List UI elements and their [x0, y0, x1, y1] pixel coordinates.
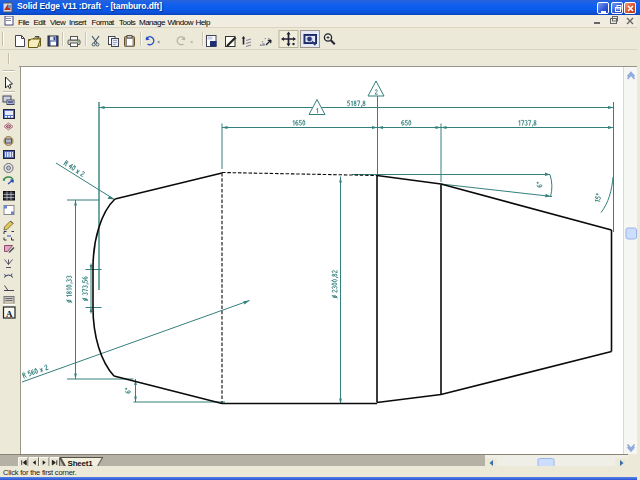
svg-text:A: A: [6, 309, 13, 319]
